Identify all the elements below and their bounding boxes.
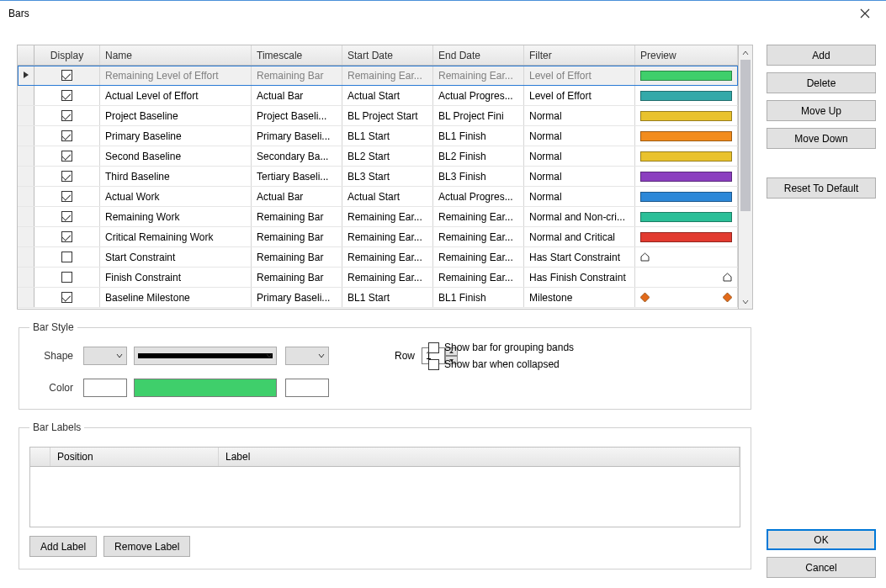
cell-start[interactable]: Remaining Ear... [342, 66, 433, 85]
scroll-down-arrow-icon[interactable] [739, 294, 752, 309]
cell-start[interactable]: BL2 Start [342, 146, 433, 166]
add-label-button[interactable]: Add Label [29, 536, 97, 557]
cell-name[interactable]: Remaining Level of Effort [100, 66, 252, 85]
table-row[interactable]: Finish ConstraintRemaining BarRemaining … [18, 268, 738, 288]
scrollbar-thumb[interactable] [740, 60, 751, 211]
table-row[interactable]: Actual Level of EffortActual BarActual S… [18, 86, 738, 106]
col-header-timescale[interactable]: Timescale [252, 45, 342, 65]
cell-name[interactable]: Actual Level of Effort [100, 86, 252, 105]
table-row[interactable]: Project BaselineProject Baseli...BL Proj… [18, 106, 738, 126]
table-row[interactable]: Actual WorkActual BarActual StartActual … [18, 187, 738, 207]
cell-timescale[interactable]: Remaining Bar [252, 207, 342, 226]
bar-shape-combo[interactable] [134, 347, 277, 365]
cell-name[interactable]: Actual Work [100, 187, 252, 206]
cell-start[interactable]: BL1 Start [342, 126, 433, 146]
cell-end[interactable]: BL2 Finish [433, 146, 524, 166]
move-down-button[interactable]: Move Down [767, 128, 876, 149]
cell-filter[interactable]: Normal [524, 167, 635, 186]
cell-timescale[interactable]: Primary Baseli... [252, 288, 342, 307]
col-header-position[interactable]: Position [50, 448, 219, 466]
col-header-start[interactable]: Start Date [342, 45, 433, 65]
cell-filter[interactable]: Milestone [524, 288, 635, 307]
display-checkbox[interactable] [61, 70, 72, 81]
cell-name[interactable]: Primary Baseline [100, 126, 252, 146]
show-collapsed-checkbox[interactable]: Show bar when collapsed [428, 358, 597, 370]
col-header-filter[interactable]: Filter [524, 45, 635, 65]
display-checkbox[interactable] [61, 272, 72, 283]
start-color-swatch[interactable] [83, 379, 127, 397]
cell-filter[interactable]: Normal and Non-cri... [524, 207, 635, 226]
cell-end[interactable]: Remaining Ear... [433, 207, 524, 226]
end-color-swatch[interactable] [285, 379, 329, 397]
cell-name[interactable]: Second Baseline [100, 146, 252, 166]
display-checkbox[interactable] [61, 231, 72, 242]
cell-timescale[interactable]: Remaining Bar [252, 247, 342, 267]
remove-label-button[interactable]: Remove Label [103, 536, 190, 557]
cell-timescale[interactable]: Tertiary Baseli... [252, 167, 342, 186]
cell-timescale[interactable]: Project Baseli... [252, 106, 342, 125]
col-header-name[interactable]: Name [100, 45, 252, 65]
cell-start[interactable]: Remaining Ear... [342, 268, 433, 287]
table-row[interactable]: Second BaselineSecondary Ba...BL2 StartB… [18, 146, 738, 167]
cell-end[interactable]: Actual Progres... [433, 86, 524, 105]
bar-color-swatch[interactable] [134, 379, 277, 397]
table-row[interactable]: Start ConstraintRemaining BarRemaining E… [18, 247, 738, 268]
reset-button[interactable]: Reset To Default [767, 177, 876, 199]
cell-name[interactable]: Start Constraint [100, 247, 252, 267]
cancel-button[interactable]: Cancel [767, 557, 876, 578]
cell-end[interactable]: BL3 Finish [433, 167, 524, 186]
delete-button[interactable]: Delete [767, 72, 876, 93]
cell-start[interactable]: Actual Start [342, 187, 433, 206]
cell-end[interactable]: Remaining Ear... [433, 227, 524, 246]
table-row[interactable]: Primary BaselinePrimary Baseli...BL1 Sta… [18, 126, 738, 146]
col-header-display[interactable]: Display [34, 45, 100, 65]
move-up-button[interactable]: Move Up [767, 100, 876, 121]
table-row[interactable]: Remaining Level of EffortRemaining BarRe… [18, 66, 738, 86]
cell-filter[interactable]: Level of Effort [524, 86, 635, 105]
cell-filter[interactable]: Normal and Critical [524, 227, 635, 246]
display-checkbox[interactable] [61, 171, 72, 182]
col-header-end[interactable]: End Date [433, 45, 524, 65]
cell-start[interactable]: BL1 Start [342, 288, 433, 307]
cell-timescale[interactable]: Actual Bar [252, 187, 342, 206]
vertical-scrollbar[interactable] [738, 45, 752, 309]
table-row[interactable]: Critical Remaining WorkRemaining BarRema… [18, 227, 738, 247]
col-header-label[interactable]: Label [219, 448, 740, 466]
cell-end[interactable]: Remaining Ear... [433, 268, 524, 287]
cell-start[interactable]: Remaining Ear... [342, 247, 433, 267]
cell-filter[interactable]: Normal [524, 126, 635, 146]
close-icon[interactable] [852, 1, 878, 26]
cell-end[interactable]: Remaining Ear... [433, 66, 524, 85]
cell-name[interactable]: Finish Constraint [100, 268, 252, 287]
table-row[interactable]: Remaining WorkRemaining BarRemaining Ear… [18, 207, 738, 227]
cell-timescale[interactable]: Primary Baseli... [252, 126, 342, 146]
display-checkbox[interactable] [61, 211, 72, 222]
cell-end[interactable]: BL1 Finish [433, 288, 524, 307]
cell-filter[interactable]: Has Start Constraint [524, 247, 635, 267]
cell-name[interactable]: Third Baseline [100, 167, 252, 186]
cell-filter[interactable]: Normal [524, 187, 635, 206]
cell-filter[interactable]: Has Finish Constraint [524, 268, 635, 287]
cell-timescale[interactable]: Remaining Bar [252, 66, 342, 85]
cell-name[interactable]: Critical Remaining Work [100, 227, 252, 246]
cell-start[interactable]: BL Project Start [342, 106, 433, 125]
cell-name[interactable]: Baseline Milestone [100, 288, 252, 307]
start-shape-combo[interactable] [83, 347, 127, 365]
cell-start[interactable]: Remaining Ear... [342, 227, 433, 246]
cell-name[interactable]: Remaining Work [100, 207, 252, 226]
display-checkbox[interactable] [61, 110, 72, 121]
col-header-preview[interactable]: Preview [635, 45, 738, 65]
display-checkbox[interactable] [61, 130, 72, 141]
cell-name[interactable]: Project Baseline [100, 106, 252, 125]
ok-button[interactable]: OK [767, 529, 876, 550]
display-checkbox[interactable] [61, 292, 72, 303]
cell-end[interactable]: BL1 Finish [433, 126, 524, 146]
cell-filter[interactable]: Normal [524, 106, 635, 125]
cell-timescale[interactable]: Remaining Bar [252, 268, 342, 287]
table-row[interactable]: Third BaselineTertiary Baseli...BL3 Star… [18, 167, 738, 187]
display-checkbox[interactable] [61, 151, 72, 162]
cell-start[interactable]: BL3 Start [342, 167, 433, 186]
cell-timescale[interactable]: Remaining Bar [252, 227, 342, 246]
display-checkbox[interactable] [61, 191, 72, 202]
bars-grid[interactable]: Display Name Timescale Start Date End Da… [17, 45, 753, 310]
